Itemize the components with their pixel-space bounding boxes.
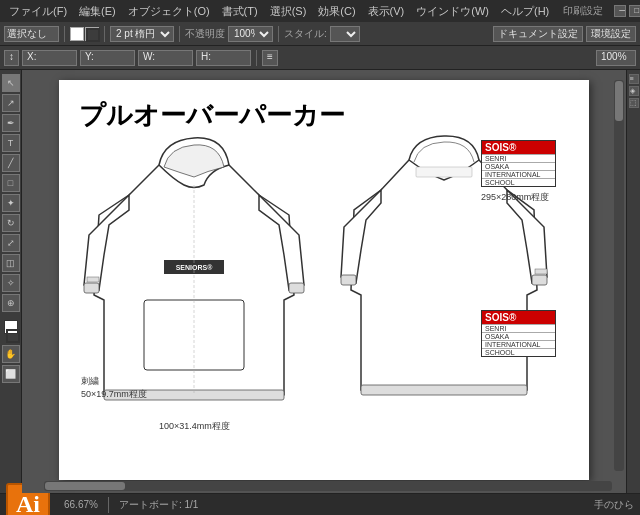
sois-line2-bottom: OSAKA — [482, 332, 555, 340]
artboard-info: アートボード: 1/1 — [119, 498, 198, 512]
panel-btn-1[interactable]: ≡ — [629, 74, 639, 84]
y-coord[interactable]: Y: — [80, 50, 135, 66]
svg-text:SENIORS®: SENIORS® — [176, 264, 214, 271]
tool-scale[interactable]: ⤢ — [2, 234, 20, 252]
svg-rect-12 — [416, 167, 472, 177]
selection-input[interactable] — [4, 26, 59, 42]
sois-line4-top: SCHOOL — [482, 178, 555, 186]
sois-line3-bottom: INTERNATIONAL — [482, 340, 555, 348]
menu-edit[interactable]: 編集(E) — [74, 3, 121, 20]
divider-1 — [64, 26, 65, 42]
divider-5 — [256, 50, 257, 66]
svg-rect-2 — [289, 283, 304, 293]
cuff-size-label: 刺繍 50×19.7mm程度 — [81, 375, 147, 401]
menu-print-settings[interactable]: 印刷設定 — [558, 3, 608, 19]
right-toolbar: ≡ ◈ ⬚ — [626, 70, 640, 493]
menu-help[interactable]: ヘルプ(H) — [496, 3, 554, 20]
sois-line2-top: OSAKA — [482, 162, 555, 170]
status-divider — [108, 497, 109, 513]
stroke-color[interactable] — [85, 27, 99, 41]
width-input[interactable]: W: — [138, 50, 193, 66]
back-size-label: 295×280mm程度 — [481, 191, 571, 204]
toolbar-1: 2 pt 楕円 不透明度 100% スタイル: ドキュメント設定 環境設定 — [0, 22, 640, 46]
tool-select[interactable]: ↖ — [2, 74, 20, 92]
divider-4 — [278, 26, 279, 42]
menu-window[interactable]: ウインドウ(W) — [411, 3, 494, 20]
tool-rotate[interactable]: ↻ — [2, 214, 20, 232]
tool-direct-select[interactable]: ↗ — [2, 94, 20, 112]
menu-bar: ファイル(F) 編集(E) オブジェクト(O) 書式(T) 選択(S) 効果(C… — [0, 0, 640, 22]
tool-gradient[interactable]: ◫ — [2, 254, 20, 272]
tool-zoom[interactable]: ⊕ — [2, 294, 20, 312]
svg-rect-11 — [361, 385, 527, 395]
sois-label-top: SOIS® SENRI OSAKA INTERNATIONAL SCHOOL 2… — [481, 140, 571, 204]
menu-effect[interactable]: 効果(C) — [313, 3, 360, 20]
tool-hand[interactable]: ✋ — [2, 345, 20, 363]
tool-eyedropper[interactable]: ✧ — [2, 274, 20, 292]
svg-rect-9 — [341, 275, 356, 285]
sois-line1-top: SENRI — [482, 154, 555, 162]
menu-format[interactable]: 書式(T) — [217, 3, 263, 20]
sois-label-bottom: SOIS® SENRI OSAKA INTERNATIONAL SCHOOL — [481, 310, 571, 357]
tool-text[interactable]: T — [2, 134, 20, 152]
canvas-area[interactable]: プルオーバーパーカー — [22, 70, 626, 493]
sois-line4-bottom: SCHOOL — [482, 348, 555, 356]
svg-rect-1 — [84, 283, 99, 293]
env-settings-btn[interactable]: 環境設定 — [586, 26, 636, 42]
stroke-swatch[interactable] — [6, 329, 20, 343]
sois-line3-top: INTERNATIONAL — [482, 170, 555, 178]
panel-btn-2[interactable]: ◈ — [629, 86, 639, 96]
menu-select[interactable]: 選択(S) — [265, 3, 312, 20]
divider-3 — [179, 26, 180, 42]
opacity-label: 不透明度 — [185, 27, 225, 41]
print-size-label: 100×31.4mm程度 — [159, 420, 230, 433]
tool-brush[interactable]: ✦ — [2, 194, 20, 212]
opacity-select[interactable]: 100% — [228, 26, 273, 42]
status-bar: Ai 66.67% アートボード: 1/1 手のひら — [0, 493, 640, 515]
tool-artboard[interactable]: ⬜ — [2, 365, 20, 383]
sois-brand-top: SOIS® — [482, 141, 555, 154]
document-title: プルオーバーパーカー — [79, 98, 345, 133]
stroke-select[interactable]: 2 pt 楕円 — [110, 26, 174, 42]
transform-btn[interactable]: ↕ — [4, 50, 19, 66]
height-input[interactable]: H: — [196, 50, 251, 66]
menu-file[interactable]: ファイル(F) — [4, 3, 72, 20]
left-toolbar: ↖ ↗ ✒ T ╱ □ ✦ ↻ ⤢ ◫ ✧ ⊕ ✋ ⬜ — [0, 70, 22, 493]
tool-rect[interactable]: □ — [2, 174, 20, 192]
scrollbar-h[interactable] — [44, 481, 612, 491]
maximize-btn[interactable]: □ — [629, 5, 640, 17]
tool-line[interactable]: ╱ — [2, 154, 20, 172]
main-area: ↖ ↗ ✒ T ╱ □ ✦ ↻ ⤢ ◫ ✧ ⊕ ✋ ⬜ プルオーバーパーカー — [0, 70, 640, 493]
svg-rect-10 — [532, 275, 547, 285]
menu-object[interactable]: オブジェクト(O) — [123, 3, 215, 20]
menu-view[interactable]: 表示(V) — [363, 3, 410, 20]
fill-color[interactable] — [70, 27, 84, 41]
view-zoom[interactable]: 100% — [596, 50, 636, 66]
scrollbar-v[interactable] — [614, 80, 624, 471]
minimize-btn[interactable]: ─ — [614, 5, 626, 17]
svg-rect-8 — [87, 277, 99, 282]
doc-settings-btn[interactable]: ドキュメント設定 — [493, 26, 583, 42]
align-btn[interactable]: ≡ — [262, 50, 278, 66]
sois-brand-bottom: SOIS® — [482, 311, 555, 324]
sois-line1-bottom: SENRI — [482, 324, 555, 332]
style-label: スタイル: — [284, 27, 327, 41]
panel-btn-3[interactable]: ⬚ — [629, 98, 639, 108]
toolbar-2: ↕ X: Y: W: H: ≡ 100% — [0, 46, 640, 70]
tool-name: 手のひら — [594, 498, 634, 512]
artboard: プルオーバーパーカー — [59, 80, 589, 480]
tool-pen[interactable]: ✒ — [2, 114, 20, 132]
divider-2 — [104, 26, 105, 42]
style-select[interactable] — [330, 26, 360, 42]
svg-rect-0 — [87, 29, 99, 41]
zoom-level: 66.67% — [64, 499, 98, 510]
x-coord[interactable]: X: — [22, 50, 77, 66]
svg-rect-13 — [535, 269, 547, 274]
